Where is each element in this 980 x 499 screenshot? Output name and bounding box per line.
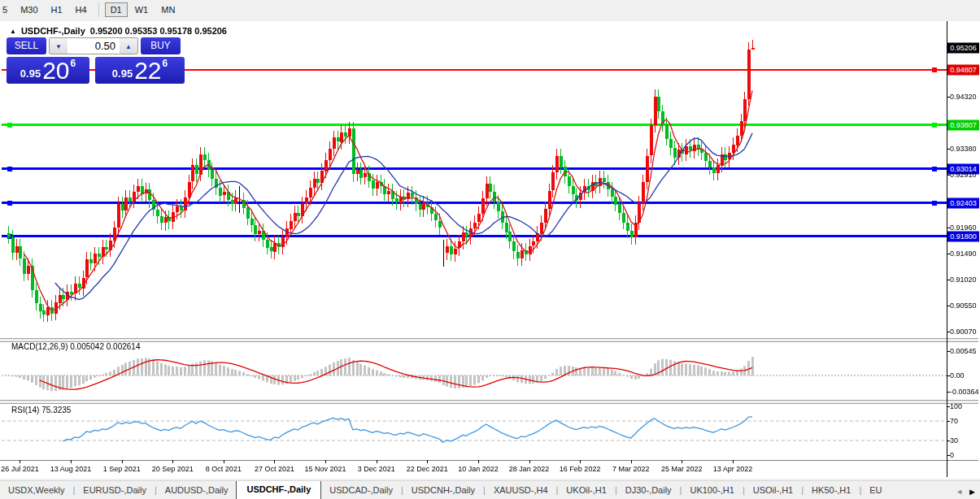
level-price-badge: 0.94807	[947, 64, 979, 75]
buy-price-sup: 6	[163, 58, 168, 69]
level-price-badge: 0.93807	[947, 119, 979, 130]
chart-symbol-label: USDCHF-,Daily	[21, 26, 85, 36]
sell-price-big: 20	[42, 59, 69, 83]
tab-scroll-controls: ◄►	[952, 487, 980, 499]
date-tick-label: 22 Dec 2021	[407, 465, 448, 473]
macd-tick-label: 0.00	[950, 371, 965, 380]
tab-scroll-left-icon[interactable]: ◄	[956, 488, 963, 496]
collapse-arrow-icon[interactable]: ▲	[10, 28, 16, 35]
timeframe-button-h1[interactable]: H1	[46, 2, 68, 17]
macd-indicator-label: MACD(12,26,9) 0.005042 0.002614	[11, 342, 140, 351]
date-tick-label: 8 Oct 2021	[206, 465, 242, 473]
rsi-tick-label: 70	[950, 417, 958, 425]
price-chart-canvas[interactable]	[0, 21, 980, 479]
chart-tab-bar: USDX,Weekly|EURUSD-,Daily|AUDUSD-,DailyU…	[0, 480, 980, 499]
date-tick-label: 7 Mar 2022	[612, 465, 650, 473]
chart-tab-usdx-weekly[interactable]: USDX,Weekly	[0, 482, 72, 499]
chart-tab-hk50-h1[interactable]: HK50-,H1	[804, 482, 859, 499]
sell-price-sup: 6	[71, 58, 76, 69]
sell-price-quote[interactable]: 0.95 20 6	[7, 57, 89, 84]
price-tick-label: 0.91490	[950, 250, 977, 258]
tab-scroll-right-icon[interactable]: ►	[968, 487, 977, 497]
chart-tab-xauusd-h4[interactable]: XAUUSD-,H4	[486, 482, 556, 499]
timeframe-button-mn[interactable]: MN	[155, 2, 181, 17]
chart-tab-uk100-h1[interactable]: UK100-,H1	[682, 482, 742, 499]
sell-button[interactable]: SELL	[7, 37, 46, 54]
chart-tab-dj30-daily[interactable]: DJ30-,Daily	[617, 482, 680, 499]
one-click-trade-widget: SELL ▼ ▲ BUY 0.95 20 6 0.95 22 6	[7, 37, 186, 84]
macd-tick-label: 0.00545	[950, 347, 977, 355]
rsi-tick-label: 0	[950, 451, 954, 459]
chart-tab-usoil-h1[interactable]: USOil-,H1	[745, 482, 802, 499]
price-tick-label: 0.91960	[950, 223, 977, 232]
volume-increase-button[interactable]: ▲	[120, 38, 137, 54]
buy-price-big: 22	[134, 59, 161, 83]
volume-group: ▼ ▲	[49, 37, 138, 54]
chart-title: ▲ USDCHF-,Daily 0.95200 0.95353 0.95178 …	[10, 26, 227, 36]
level-price-badge: 0.91800	[947, 231, 979, 241]
timeframe-button-m30[interactable]: M30	[15, 2, 43, 17]
rsi-tick-label: 100	[950, 402, 962, 410]
price-tick-label: 0.90070	[950, 328, 977, 336]
rsi-indicator-label: RSI(14) 75.3235	[11, 406, 71, 414]
date-tick-label: 20 Sep 2021	[152, 465, 194, 473]
date-tick-label: 1 Sep 2021	[103, 465, 141, 473]
timeframe-button-d1[interactable]: D1	[105, 2, 128, 17]
buy-price-quote[interactable]: 0.95 22 6	[95, 57, 185, 84]
timeframe-toolbar: 5M30H1H4D1W1MN	[0, 0, 980, 20]
price-tick-label: 0.94320	[950, 93, 977, 101]
buy-button[interactable]: BUY	[141, 37, 181, 54]
date-tick-label: 26 Jul 2021	[1, 465, 39, 473]
chart-tab-ukoil-h1[interactable]: UKOil-,H1	[558, 482, 615, 499]
chart-tab-audusd-daily[interactable]: AUDUSD-,Daily	[157, 482, 237, 499]
date-tick-label: 10 Jan 2022	[458, 465, 499, 473]
chart-tab-eurusd-daily[interactable]: EURUSD-,Daily	[75, 482, 155, 499]
timeframe-button-5[interactable]: 5	[0, 2, 13, 17]
price-tick-label: 0.91020	[950, 276, 977, 284]
date-tick-label: 13 Aug 2021	[50, 465, 92, 473]
chart-tab-usdcnh-daily[interactable]: USDCNH-,Daily	[403, 482, 483, 499]
date-tick-label: 28 Jan 2022	[509, 465, 550, 473]
chart-tab-usdchf-daily[interactable]: USDCHF-,Daily	[236, 480, 321, 499]
date-tick-label: 27 Oct 2021	[255, 465, 294, 473]
level-price-badge: 0.92403	[947, 197, 979, 208]
sell-price-small: 0.95	[20, 67, 41, 80]
date-tick-label: 3 Dec 2021	[358, 465, 395, 473]
chart-tab-usdcad-daily[interactable]: USDCAD-,Daily	[321, 482, 401, 499]
chart-tab-eu[interactable]: EU	[861, 482, 890, 499]
volume-input[interactable]	[68, 38, 120, 54]
price-tick-label: 0.93380	[950, 145, 977, 153]
rsi-tick-label: 30	[950, 436, 958, 445]
current-price-badge: 0.95206	[947, 42, 979, 53]
toolbar-separator	[98, 2, 99, 17]
date-tick-label: 15 Nov 2021	[305, 465, 346, 473]
chart-ohlc-values: 0.95200 0.95353 0.95178 0.95206	[90, 26, 227, 36]
timeframe-button-h4[interactable]: H4	[70, 2, 93, 17]
date-tick-label: 25 Mar 2022	[661, 465, 703, 473]
timeframe-button-w1[interactable]: W1	[129, 2, 155, 17]
macd-tick-label: -0.00364	[950, 388, 979, 396]
price-tick-label: 0.90550	[950, 302, 977, 310]
trading-terminal: 5M30H1H4D1W1MN ▲ USDCHF-,Daily 0.95200 0…	[0, 0, 980, 499]
volume-decrease-button[interactable]: ▼	[50, 38, 68, 54]
price-tick-label: 0.92910	[950, 171, 977, 179]
date-tick-label: 13 Apr 2022	[713, 465, 753, 473]
buy-price-small: 0.95	[112, 67, 133, 80]
date-tick-label: 16 Feb 2022	[560, 465, 601, 473]
